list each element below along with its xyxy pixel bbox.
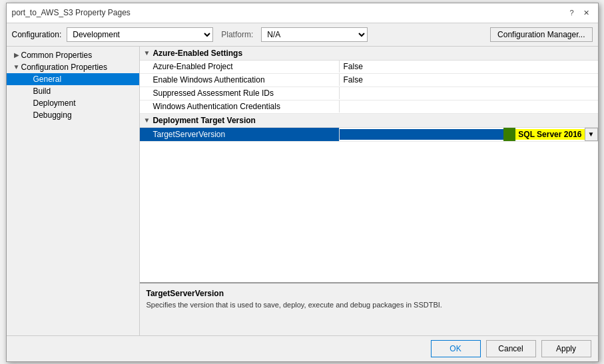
sidebar-item-deployment[interactable]: Deployment [7,97,139,109]
debugging-label: Debugging [33,110,72,120]
target-server-dropdown-arrow[interactable]: ▼ [585,128,598,141]
description-title: TargetServerVersion [147,289,591,298]
common-properties-toggle: ▶ [12,51,21,59]
main-content: ▶ Common Properties ▼ Configuration Prop… [7,47,598,335]
build-label: Build [33,87,51,96]
enable-windows-auth-name: Enable Windows Authentication [140,74,340,86]
help-button[interactable]: ? [566,7,578,19]
platform-select[interactable]: N/A [261,27,368,42]
general-label: General [33,75,62,84]
windows-auth-credentials-name: Windows Authentication Credentials [140,100,340,112]
config-bar: Configuration: Development Platform: N/A… [7,23,598,47]
suppressed-assessment-row[interactable]: Suppressed Assessment Rule IDs [140,87,598,100]
windows-auth-credentials-row[interactable]: Windows Authentication Credentials [140,100,598,114]
platform-label: Platform: [221,30,253,39]
config-properties-toggle: ▼ [12,63,21,71]
configuration-select[interactable]: Development [67,27,213,42]
azure-enabled-project-name: Azure-Enabled Project [140,61,340,73]
target-server-version-value-wrapper: SQL Server 2016 ▼ [340,128,598,141]
azure-enabled-project-row[interactable]: Azure-Enabled Project False [140,61,598,74]
sidebar-item-common-properties[interactable]: ▶ Common Properties [7,49,139,61]
windows-auth-credentials-value [340,105,598,108]
sidebar-item-debugging[interactable]: Debugging [7,109,139,121]
deployment-section-header[interactable]: ▼ Deployment Target Version [140,114,598,128]
title-bar-left: port_to_AWS_S3 Property Pages [12,8,131,17]
suppressed-assessment-value [340,92,598,94]
apply-button[interactable]: Apply [541,340,591,357]
deployment-section-label: Deployment Target Version [152,116,255,125]
footer: OK Cancel Apply [7,335,598,361]
ok-button[interactable]: OK [431,340,481,357]
deployment-section-toggle: ▼ [144,116,151,124]
target-server-name-bg [340,129,504,140]
description-text: Specifies the version that is used to sa… [147,301,591,309]
enable-windows-auth-value: False [340,74,598,86]
azure-enabled-project-value: False [340,61,598,73]
common-properties-label: Common Properties [21,51,93,60]
sidebar-item-configuration-properties[interactable]: ▼ Configuration Properties [7,61,139,73]
config-label: Configuration: [12,30,62,39]
title-bar: port_to_AWS_S3 Property Pages ? ✕ [7,3,598,23]
content-area: ▼ Azure-Enabled Settings Azure-Enabled P… [140,47,598,335]
dialog-title: port_to_AWS_S3 Property Pages [12,8,131,17]
description-panel: TargetServerVersion Specifies the versio… [140,282,598,335]
deployment-label: Deployment [33,98,76,108]
sidebar-item-general[interactable]: General [7,73,139,85]
cancel-button[interactable]: Cancel [486,340,536,357]
config-properties-label: Configuration Properties [21,63,107,72]
azure-section-header[interactable]: ▼ Azure-Enabled Settings [140,47,598,61]
title-bar-controls: ? ✕ [566,7,593,19]
sidebar: ▶ Common Properties ▼ Configuration Prop… [7,47,140,335]
close-button[interactable]: ✕ [581,7,593,19]
target-server-version-name: TargetServerVersion [140,128,340,141]
suppressed-assessment-name: Suppressed Assessment Rule IDs [140,87,340,99]
green-bar [503,128,515,141]
azure-section-toggle: ▼ [144,49,151,57]
property-panel: ▼ Azure-Enabled Settings Azure-Enabled P… [140,47,598,282]
target-server-value: SQL Server 2016 [515,129,584,140]
sidebar-item-build[interactable]: Build [7,85,139,97]
azure-section-label: Azure-Enabled Settings [152,49,242,58]
property-pages-dialog: port_to_AWS_S3 Property Pages ? ✕ Config… [6,3,599,362]
config-manager-button[interactable]: Configuration Manager... [490,27,592,42]
enable-windows-auth-row[interactable]: Enable Windows Authentication False [140,74,598,87]
target-server-version-row[interactable]: TargetServerVersion SQL Server 2016 ▼ [140,128,598,142]
